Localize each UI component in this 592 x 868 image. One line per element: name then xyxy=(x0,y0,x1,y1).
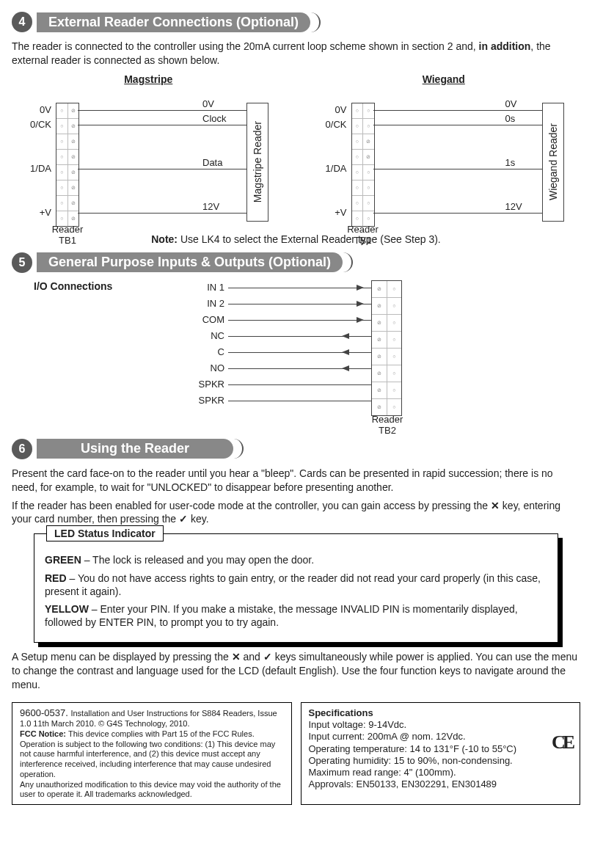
section-5-title: General Purpose Inputs & Outputs (Option… xyxy=(37,252,343,272)
io-label: NC xyxy=(180,330,224,341)
wire xyxy=(228,320,371,321)
check-key-icon: ✓ xyxy=(179,513,188,525)
footer-row: 9600-0537. Installation and User Instruc… xyxy=(12,702,580,805)
spec-line: Approvals: EN50133, EN302291, EN301489 xyxy=(309,778,497,789)
wire xyxy=(78,125,246,125)
section-6-title: Using the Reader xyxy=(37,439,233,459)
arrow-icon xyxy=(357,317,364,323)
spec-line: Operating humidity: 15 to 90%, non-conde… xyxy=(309,755,513,766)
wire xyxy=(228,384,371,385)
step-number-4: 4 xyxy=(12,12,32,32)
section-6-p3: A Setup menu can be displayed by pressin… xyxy=(12,650,580,692)
signal-label: 0s xyxy=(505,113,516,124)
doc-number: 9600-0537. xyxy=(20,707,70,718)
led-yellow-line: YELLOW – Enter your PIN. If you make a m… xyxy=(45,602,547,629)
section-6-header: 6 Using the Reader xyxy=(12,439,580,459)
wire xyxy=(228,336,371,337)
led-box-title: LED Status Indicator xyxy=(46,525,164,541)
io-label: NO xyxy=(180,362,224,373)
text: A Setup menu can be displayed by pressin… xyxy=(12,651,232,663)
spec-line: Input voltage: 9-14Vdc. xyxy=(309,719,407,730)
wire xyxy=(373,110,542,111)
section-5-header: 5 General Purpose Inputs & Outputs (Opti… xyxy=(12,252,580,273)
terminal-block-tb1: ○⊘ ○⊘ ○⊘ ○⊘ ○⊘ ○⊘ ○⊘ ○⊘ xyxy=(56,103,79,227)
trademark-text: Any unauthorized modification to this de… xyxy=(20,780,281,799)
arrow-icon xyxy=(342,365,349,371)
text: – The lock is released and you may open … xyxy=(81,554,314,566)
io-label: IN 1 xyxy=(180,282,224,293)
pin-label: 0/CK xyxy=(15,119,51,130)
ce-mark-icon: CE xyxy=(552,731,572,755)
arrow-icon xyxy=(357,285,364,291)
wiegand-reader-box: Wiegand Reader xyxy=(542,103,564,222)
wiring-diagrams-row: Magstripe 0V 0/CK 1/DA +V ○⊘ ○⊘ ○⊘ ○⊘ ○⊘… xyxy=(12,73,580,227)
io-label: COM xyxy=(180,314,224,325)
pin-label: 0V xyxy=(310,104,347,115)
signal-label: 12V xyxy=(505,201,522,212)
signal-label: 0V xyxy=(202,98,214,109)
section-4-header: 4 External Reader Connections (Optional) xyxy=(12,12,580,32)
text: key. xyxy=(188,513,209,525)
magstripe-title: Magstripe xyxy=(12,73,285,85)
pin-label: 0/CK xyxy=(310,119,347,130)
footer-right-box: CE Specifications Input voltage: 9-14Vdc… xyxy=(301,702,581,805)
wire xyxy=(373,213,542,214)
signal-label: 12V xyxy=(202,201,219,212)
led-status-box: LED Status Indicator GREEN – The lock is… xyxy=(34,533,558,643)
io-connections-title: I/O Connections xyxy=(34,280,112,292)
io-label: C xyxy=(180,346,224,357)
green-label: GREEN xyxy=(45,554,81,566)
signal-label: Clock xyxy=(202,113,227,124)
pin-label: +V xyxy=(15,207,51,218)
section-4-title: External Reader Connections (Optional) xyxy=(37,12,310,32)
io-label: SPKR xyxy=(180,379,224,390)
yellow-label: YELLOW xyxy=(45,603,89,615)
pin-label: 1/DA xyxy=(310,163,347,174)
tb-caption: Reader TB1 xyxy=(341,224,385,246)
step-number-6: 6 xyxy=(12,439,32,459)
wire xyxy=(373,169,542,169)
reader-label: Magstripe Reader xyxy=(252,121,263,203)
text: If the reader has been enabled for user-… xyxy=(12,500,491,511)
arrow-icon xyxy=(357,301,364,307)
io-label: SPKR xyxy=(180,395,224,406)
tb-caption: Reader TB1 xyxy=(45,224,89,246)
magstripe-diagram: Magstripe 0V 0/CK 1/DA +V ○⊘ ○⊘ ○⊘ ○⊘ ○⊘… xyxy=(12,73,285,227)
led-red-line: RED – You do not have access rights to g… xyxy=(45,572,547,598)
terminal-block-tb1: ○○ ○○ ○⊘ ○⊘ ○○ ○○ ○○ ○○ xyxy=(351,103,375,227)
fcc-label: FCC Notice: xyxy=(20,729,68,738)
signal-label: 1s xyxy=(505,157,516,168)
io-label: IN 2 xyxy=(180,298,224,309)
wire xyxy=(228,401,371,401)
text: The reader is connected to the controlle… xyxy=(12,40,479,52)
footer-left-box: 9600-0537. Installation and User Instruc… xyxy=(12,702,292,805)
wire xyxy=(373,125,542,125)
wire xyxy=(228,304,371,304)
terminal-block-tb2: ⊘○ ⊘○ ⊘○ ⊘○ ⊘○ ⊘○ ⊘○ ⊘○ xyxy=(371,280,402,416)
section-4-paragraph: The reader is connected to the controlle… xyxy=(12,40,580,68)
spec-title: Specifications xyxy=(309,707,373,718)
wiegand-diagram: Wiegand 0V 0/CK 1/DA +V ○○ ○○ ○⊘ ○⊘ ○○ ○… xyxy=(307,73,581,227)
note-text: Use LK4 to select the External Reader ty… xyxy=(180,233,441,245)
wire xyxy=(78,110,246,111)
text-bold: in addition xyxy=(479,40,531,52)
signal-label: Data xyxy=(202,157,222,168)
spec-line: Operating temperature: 14 to 131°F (-10 … xyxy=(309,743,517,754)
spec-line: Input current: 200mA @ nom. 12Vdc. xyxy=(309,731,466,742)
wire xyxy=(228,288,371,288)
magstripe-reader-box: Magstripe Reader xyxy=(246,103,268,222)
wire xyxy=(228,368,371,369)
text: – Enter your PIN. If you make a mistake,… xyxy=(45,603,518,628)
check-key-icon: ✓ xyxy=(263,651,272,663)
wire xyxy=(78,169,246,169)
step-number-5: 5 xyxy=(12,252,32,273)
reader-label: Wiegand Reader xyxy=(547,123,559,200)
wire xyxy=(78,213,246,214)
section-6-p1: Present the card face-on to the reader u… xyxy=(12,467,580,495)
section-4-note: Note: Use LK4 to select the External Rea… xyxy=(12,233,580,245)
pin-label: +V xyxy=(310,207,347,218)
arrow-icon xyxy=(342,349,349,355)
text: and xyxy=(241,651,263,663)
arrow-icon xyxy=(342,333,349,339)
x-key-icon: ✕ xyxy=(232,651,241,663)
